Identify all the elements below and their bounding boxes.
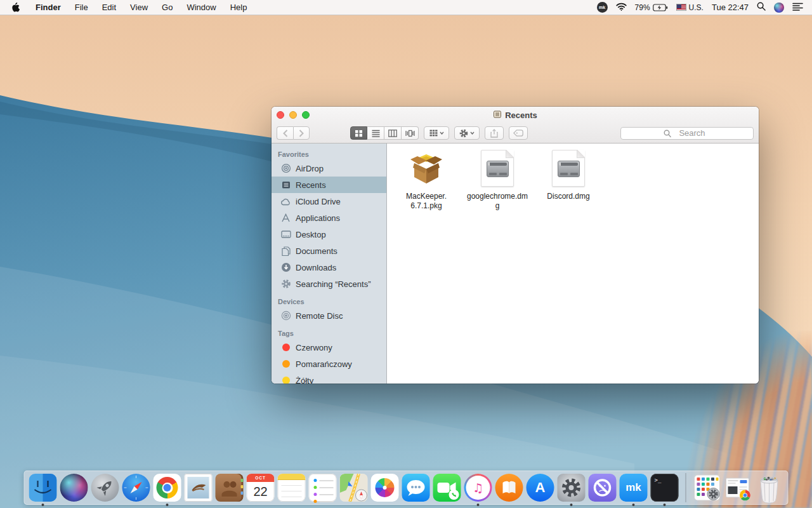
- input-source-menu[interactable]: U.S.: [676, 3, 704, 12]
- dock-messages-icon[interactable]: [402, 474, 430, 502]
- file-label: Discord.dmg: [534, 192, 603, 201]
- sidebar-item-label: AirDrop: [296, 164, 324, 173]
- menu-go[interactable]: Go: [155, 3, 180, 12]
- share-button[interactable]: [485, 126, 504, 140]
- forward-button[interactable]: [293, 126, 310, 140]
- file-label: googlechrome.dm g: [462, 192, 532, 211]
- dock-trash-icon[interactable]: [756, 474, 783, 502]
- dock-blocker-app-icon[interactable]: [589, 474, 617, 502]
- sidebar-item-label: Recents: [296, 180, 326, 190]
- file-discord-dmg[interactable]: Discord.dmg: [534, 150, 603, 201]
- sidebar-item-label: Remote Disc: [296, 311, 343, 321]
- yellow-tag-icon: [282, 377, 290, 384]
- arrange-button[interactable]: [424, 126, 449, 140]
- sidebar-item-airdrop[interactable]: AirDrop: [272, 160, 386, 177]
- menu-view[interactable]: View: [123, 3, 155, 12]
- input-source-label: U.S.: [689, 3, 704, 12]
- dock-facetime-icon[interactable]: [433, 474, 461, 502]
- dock-photos-icon[interactable]: [371, 474, 399, 502]
- dock-downloads-stack[interactable]: [724, 474, 752, 502]
- desktop-icon: [280, 231, 291, 239]
- dock-appstore-icon[interactable]: A: [527, 474, 554, 502]
- menu-bar-left: Finder File Edit View Go Window Help: [0, 0, 254, 15]
- menu-clock[interactable]: Tue 22:47: [712, 3, 749, 12]
- dmg-icon: [550, 150, 587, 187]
- menu-finder[interactable]: Finder: [29, 3, 68, 12]
- chevron-down-icon: [440, 131, 444, 135]
- dock-system-preferences-icon[interactable]: [558, 474, 586, 502]
- dock-chrome-icon[interactable]: [154, 474, 181, 502]
- coverflow-view-button[interactable]: [402, 126, 419, 140]
- mackeeper-menu-icon[interactable]: mk: [597, 2, 608, 13]
- search-input[interactable]: [621, 128, 753, 139]
- sidebar-item-label: Searching “Recents”: [296, 279, 371, 289]
- sidebar-item-label: Desktop: [296, 230, 326, 239]
- sidebar-tag-yellow[interactable]: Żółty: [272, 372, 386, 384]
- dock-siri-icon[interactable]: [60, 474, 88, 502]
- file-area[interactable]: MacKeeper. 6.7.1.pkg googlechrome.dm g: [387, 144, 759, 384]
- dock-launchpad-icon[interactable]: [91, 474, 119, 502]
- back-button[interactable]: [277, 126, 293, 140]
- dock-maps-icon[interactable]: [340, 474, 368, 502]
- sidebar-item-recents[interactable]: Recents: [272, 177, 386, 193]
- dock-notes-icon[interactable]: [278, 474, 306, 502]
- battery-status[interactable]: 79%: [635, 3, 668, 12]
- dock-contacts-icon[interactable]: [216, 474, 244, 502]
- close-button[interactable]: [277, 111, 284, 119]
- menu-edit[interactable]: Edit: [95, 3, 123, 12]
- spotlight-icon[interactable]: [757, 2, 766, 13]
- column-view-button[interactable]: [384, 126, 402, 140]
- us-flag-icon: [676, 4, 686, 11]
- dmg-icon: [479, 150, 516, 187]
- apple-logo-icon: [11, 3, 20, 12]
- dock-reminders-icon[interactable]: [309, 474, 337, 502]
- downloads-icon: [280, 262, 291, 272]
- file-googlechrome-dmg[interactable]: googlechrome.dm g: [462, 150, 532, 211]
- applications-icon: [280, 213, 291, 222]
- apple-menu[interactable]: [0, 3, 29, 12]
- notification-center-icon[interactable]: [792, 3, 803, 13]
- sidebar-tag-orange[interactable]: Pomarańczowy: [272, 356, 386, 372]
- cloud-icon: [280, 197, 291, 206]
- icon-view-button[interactable]: [350, 126, 367, 140]
- window-title: Recents: [505, 110, 537, 120]
- search-field: [620, 127, 754, 140]
- sidebar-item-desktop[interactable]: Desktop: [272, 226, 386, 243]
- battery-icon: [653, 4, 668, 11]
- sidebar-item-icloud-drive[interactable]: iCloud Drive: [272, 193, 386, 210]
- chevron-down-icon: [470, 131, 475, 135]
- view-switcher: [350, 126, 419, 140]
- dock-finder-icon[interactable]: [29, 474, 57, 502]
- dock-terminal-icon[interactable]: >_: [651, 474, 679, 502]
- tag-button[interactable]: [509, 126, 528, 140]
- sidebar-item-applications[interactable]: Applications: [272, 210, 386, 226]
- sidebar-item-label: iCloud Drive: [296, 197, 341, 206]
- sidebar-tag-red[interactable]: Czerwony: [272, 339, 386, 356]
- dock-mackeeper-icon[interactable]: mk: [620, 474, 648, 502]
- disc-icon: [280, 311, 291, 321]
- menu-help[interactable]: Help: [223, 3, 254, 12]
- title-bar[interactable]: Recents: [272, 107, 759, 123]
- dock-calendar-icon[interactable]: OCT 22: [247, 474, 275, 502]
- sidebar-item-downloads[interactable]: Downloads: [272, 259, 386, 276]
- dock-books-icon[interactable]: [495, 474, 523, 502]
- dock-applications-stack[interactable]: [693, 474, 721, 502]
- sidebar-item-searching-recents[interactable]: Searching “Recents”: [272, 276, 386, 292]
- dock-mail-icon[interactable]: [185, 474, 213, 502]
- dock-safari-icon[interactable]: [122, 474, 150, 502]
- toolbar: [272, 123, 759, 143]
- action-button[interactable]: [454, 126, 480, 140]
- sidebar-item-remote-disc[interactable]: Remote Disc: [272, 307, 386, 324]
- orange-tag-icon: [282, 360, 290, 368]
- appstore-letter: A: [535, 479, 546, 496]
- wifi-icon[interactable]: [616, 3, 627, 13]
- menu-window[interactable]: Window: [180, 3, 223, 12]
- menu-file[interactable]: File: [68, 3, 95, 12]
- siri-menu-icon[interactable]: [774, 3, 784, 13]
- list-view-button[interactable]: [367, 126, 384, 140]
- dock-itunes-icon[interactable]: ♫: [464, 474, 492, 502]
- zoom-button[interactable]: [302, 111, 310, 119]
- sidebar-item-documents[interactable]: Documents: [272, 243, 386, 259]
- minimize-button[interactable]: [289, 111, 297, 119]
- file-mackeeper-pkg[interactable]: MacKeeper. 6.7.1.pkg: [391, 150, 461, 211]
